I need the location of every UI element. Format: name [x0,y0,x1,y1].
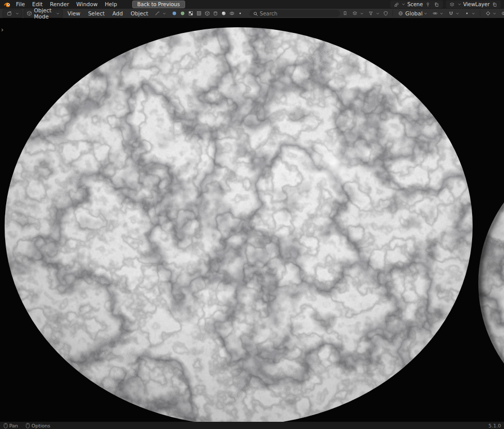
blender-window: File Edit Render Window Help Back to Pre… [0,0,504,429]
viewlayer-icon [448,1,456,8]
toolbar-expand-arrow[interactable]: › [1,27,4,33]
pin-icon[interactable] [424,1,431,8]
chevron-down-icon [15,11,19,15]
dot-icon[interactable] [237,10,244,17]
new-scene-icon[interactable] [433,1,440,8]
chevron-down-icon [493,11,497,15]
snap-target-dropdown[interactable] [430,10,445,17]
menu-help[interactable]: Help [101,0,121,9]
chevron-down-icon [56,11,60,15]
shield-icon[interactable] [382,10,389,17]
statusbar-pan-hint: Pan [3,422,18,428]
orientation-label: Global [405,10,423,16]
menu-object[interactable]: Object [128,9,151,18]
secondary-highlight [176,240,207,271]
header-tool-strip [171,10,244,17]
chevron-down-icon [424,11,428,15]
material-sphere-icon[interactable] [220,10,227,17]
show-gizmo-dropdown[interactable] [483,10,498,17]
checker-icon[interactable] [187,10,194,17]
chevron-down-icon [457,3,461,7]
separator [480,10,480,16]
overlap-circles-icon[interactable] [228,10,236,17]
viewport-header: Object Mode View Select Add Object [0,9,504,18]
menu-window[interactable]: Window [73,0,101,9]
specular-highlight [304,134,364,194]
mode-dropdown[interactable]: Object Mode [24,9,63,18]
back-to-previous-button[interactable]: Back to Previous [132,1,185,8]
menu-file[interactable]: File [12,0,29,9]
chevron-down-icon [375,11,380,15]
version-label: 5.1.0 [489,423,501,428]
overlays-icon [500,10,504,17]
object-mode-icon [27,10,32,17]
link-icon [431,10,439,17]
status-bar: Pan Options 5.1.0 [0,422,504,429]
search-icon [252,10,259,17]
cube-icon[interactable] [204,10,211,17]
chevron-down-icon [440,11,444,15]
topbar-right-widgets: Scene ViewLayer [390,1,501,8]
chevron-down-icon [162,11,166,15]
falloff-curve-icon [154,10,161,17]
chevron-down-icon [456,11,460,15]
pan-hint-label: Pan [9,423,18,428]
menu-view[interactable]: View [64,9,83,18]
viewlayer-selector[interactable]: ViewLayer [446,1,501,8]
collections-icon [351,10,358,17]
proportional-dot-icon [463,10,471,17]
new-viewlayer-icon[interactable] [491,1,498,8]
filter-dropdown[interactable] [366,10,381,17]
middle-mouse-icon [3,422,8,428]
viewport-canvas[interactable] [0,18,504,422]
texture-sphere-icon[interactable] [179,10,186,17]
viewport-header-right: Global [341,10,504,17]
falloff-dropdown[interactable] [153,10,167,17]
proportional-editing-dropdown[interactable] [462,10,477,17]
magnet-icon [447,10,455,17]
header-search [249,10,340,17]
scene-selector[interactable]: Scene [390,1,443,8]
globe-icon [397,10,404,17]
chevron-down-icon [359,11,364,15]
bookmark-icon[interactable] [341,10,349,17]
editor-type-dropdown[interactable] [3,9,22,18]
editor-3d-viewport-icon [6,10,13,17]
matcap-sphere-icon[interactable] [171,10,178,17]
chevron-down-icon [472,11,476,15]
gizmo-icon [484,10,492,17]
top-menu-bar: File Edit Render Window Help Back to Pre… [0,0,504,9]
snap-dropdown[interactable] [446,10,461,17]
options-hint-label: Options [31,423,50,428]
scene-name: Scene [407,2,423,7]
viewlayer-name: ViewLayer [463,2,490,7]
viewport-3d[interactable]: › [0,18,504,422]
separator [392,10,393,16]
mode-label: Object Mode [34,7,54,20]
grid-icon[interactable] [195,10,203,17]
overlays-dropdown[interactable] [499,10,504,17]
menu-add[interactable]: Add [110,9,126,18]
filter-funnel-icon [367,10,374,17]
cylinder-icon[interactable] [212,10,219,17]
chevron-down-icon [402,3,406,7]
collections-visibility-dropdown[interactable] [350,10,365,17]
transform-orientation-dropdown[interactable]: Global [396,10,429,17]
scene-icon [393,1,400,8]
right-mouse-icon [25,422,30,428]
menu-select[interactable]: Select [85,9,107,18]
search-input[interactable] [249,10,340,17]
statusbar-options-hint: Options [25,422,50,428]
blender-logo-icon[interactable] [3,1,11,8]
